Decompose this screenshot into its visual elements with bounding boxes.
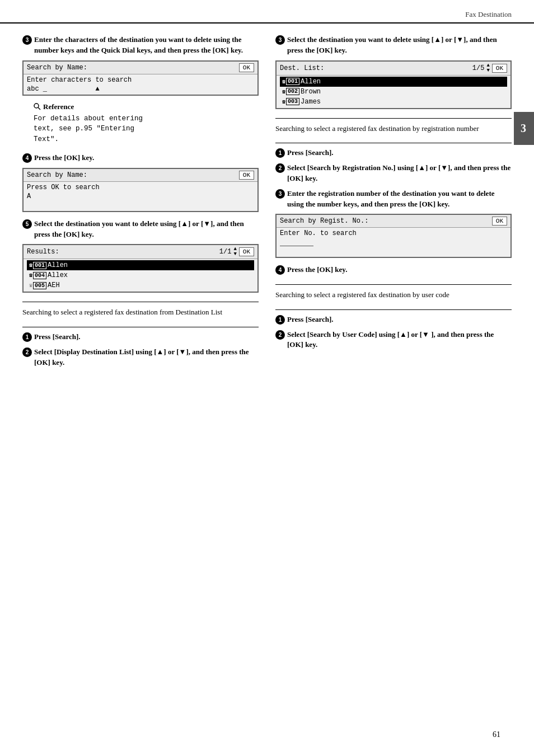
magnifier-icon [34,103,41,110]
stepC1-text: Press [Search]. [287,314,334,325]
item-name: Allen [48,261,68,269]
item-name: Allex [48,271,68,279]
fax-icon: ☎ [282,98,285,105]
screen3-frame: Results: 1/1 ▲ ▼ OK ☎ 001 [22,244,259,293]
screen2-blank [27,201,254,210]
left-column: 3 Enter the characters of the destinatio… [22,35,259,373]
step4-left: 4 Press the [OK] key. [22,153,259,163]
list-item: ☎ 002 Brown [280,87,507,97]
step5-left: 5 Select the destination you want to del… [22,219,259,240]
stepC2-circle: 2 [275,330,285,340]
page-number: 61 [493,730,500,739]
stepB3-circle: 3 [275,189,285,199]
reg-screen-ok: OK [492,217,507,226]
section3-divider [275,284,512,285]
svg-line-1 [38,107,40,110]
section1-label: Searching to select a registered fax des… [22,307,259,318]
phonebook-icon: ☏ [29,282,32,289]
stepB2-circle: 2 [275,163,285,173]
section1-divider-bottom [22,327,259,327]
screen1-frame: Search by Name: OK Enter characters to s… [22,60,259,96]
list-item: ☎ 003 James [280,97,507,107]
reg-screen-body: Enter No. to search [277,228,510,257]
dest-list-body: ☎ 001 Allen ☎ 002 Brown ☎ 003 James [277,76,510,108]
screen2-body: Press OK to search A [24,182,257,211]
item-name: AEH [48,281,60,289]
screen3-header: Results: 1/1 ▲ ▼ OK [24,245,257,259]
fax-icon: ☎ [282,88,285,95]
screen3-body: ☎ 001 Allen ☎ 004 Allex ☏ 005 AEH [24,259,257,292]
right-column: 3 Select the destination you want to del… [275,35,512,373]
screen1-body: Enter characters to search abc _ ▲ [24,74,257,95]
item-num: 003 [286,98,299,105]
step3-right: 3 Select the destination you want to del… [275,35,512,56]
screen2-title: Search by Name: [27,171,87,179]
step5-text: Select the destination you want to delet… [34,219,259,240]
dest-list-frame: Dest. List: 1/5 ▲ ▼ OK ☎ 001 [275,60,512,109]
screen3-nav: ▲ ▼ [233,247,236,257]
stepB2-text: Select [Search by Registration No.] usin… [287,163,512,184]
screen3-ok: OK [239,247,254,256]
stepC2: 2 Select [Search by User Code] using [▲]… [275,330,512,351]
item-num: 001 [286,78,299,85]
item-num: 001 [33,262,46,269]
step4r-text: Press the [OK] key. [287,265,347,275]
dest-list-header: Dest. List: 1/5 ▲ ▼ OK [277,62,510,76]
stepB1: 1 Press [Search]. [275,148,512,158]
section3-divider-bottom [275,309,512,310]
stepA1: 1 Press [Search]. [22,332,259,342]
list-item: ☎ 004 Allex [27,270,254,280]
screen1-ok: OK [239,63,254,72]
reference-text: For details about entering text, see p.9… [34,114,259,145]
stepC1: 1 Press [Search]. [275,314,512,325]
section2-divider-bottom [275,143,512,143]
screen3-title: Results: [27,248,59,256]
step4-circle: 4 [22,153,32,163]
item-name: James [301,98,321,106]
list-item: ☏ 005 AEH [27,280,254,290]
svg-point-0 [34,104,39,108]
step4r-circle: 4 [275,265,285,275]
reg-input-field [280,238,313,246]
fax-icon: ☎ [29,262,32,269]
fax-icon: ☎ [29,272,32,279]
screen3-page: 1/1 [219,248,232,256]
step4-right: 4 Press the [OK] key. [275,265,512,275]
stepA2-circle: 2 [22,348,32,357]
item-num: 005 [33,282,46,289]
screen2-line1: Press OK to search [27,183,254,192]
page-header: Fax Destination [0,0,534,24]
header-title: Fax Destination [465,10,512,19]
stepA1-circle: 1 [22,332,32,342]
screen1-title-bar: Search by Name: OK [24,62,257,74]
list-item: ☎ 001 Allen [280,77,507,87]
screen2-frame: Search by Name: OK Press OK to search A [22,168,259,212]
item-name: Allen [301,78,321,86]
step3-circle: 3 [22,35,32,45]
section1-divider [22,302,259,302]
side-tab: 3 [514,112,534,145]
stepA2: 2 Select [Display Destination List] usin… [22,347,259,368]
step3-left: 3 Enter the characters of the destinatio… [22,35,259,56]
reg-screen-frame: Search by Regist. No.: OK Enter No. to s… [275,214,512,258]
reg-blank [280,247,507,256]
list-item: ☎ 001 Allen [27,260,254,270]
item-num: 004 [33,272,46,279]
stepB1-text: Press [Search]. [287,148,334,158]
screen1-title: Search by Name: [27,64,87,72]
reg-screen-title: Search by Regist. No.: [280,217,368,225]
item-name: Brown [301,88,321,96]
section2-label: Searching to select a registered fax des… [275,123,512,134]
reg-line2 [280,238,507,247]
reg-line1: Enter No. to search [280,229,507,238]
step4-text: Press the [OK] key. [34,153,94,163]
dest-ok: OK [492,64,507,73]
stepB2: 2 Select [Search by Registration No.] us… [275,163,512,184]
screen2-title-bar: Search by Name: OK [24,169,257,182]
stepB3-text: Enter the registration number of the des… [287,189,512,210]
stepC2-text: Select [Search by User Code] using [▲] o… [287,330,512,351]
stepB1-circle: 1 [275,148,285,158]
screen2-ok: OK [239,171,254,180]
section2-divider [275,118,512,119]
reference-box: Reference For details about entering tex… [34,102,259,145]
